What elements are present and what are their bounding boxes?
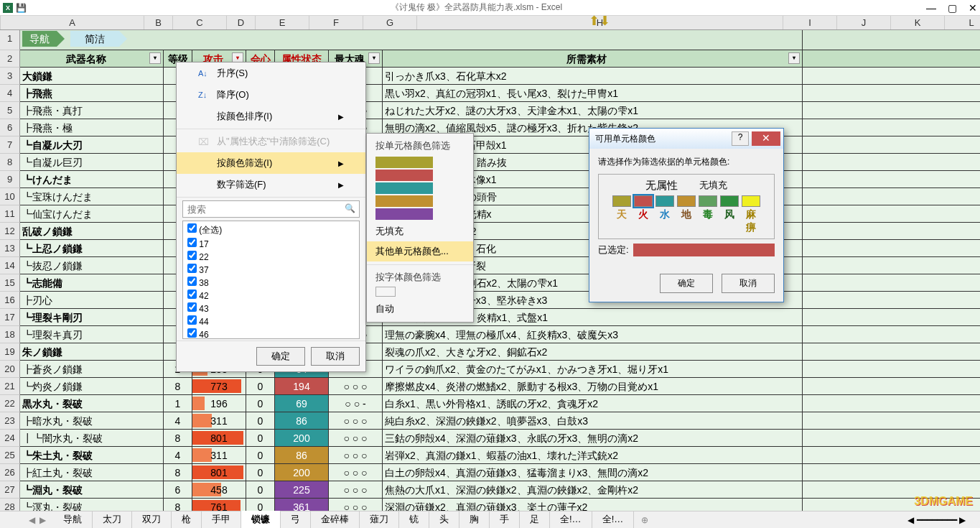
weapon-name[interactable]: ┣刃心 [20, 292, 164, 308]
row-header[interactable]: 18 [0, 326, 20, 343]
attack-cell[interactable]: 801 [192, 464, 246, 481]
filter-search-input[interactable] [182, 200, 360, 218]
row-header[interactable]: 22 [0, 395, 20, 412]
weapon-name[interactable]: ┗仙宝けんだま [20, 205, 164, 222]
row-header[interactable]: 7 [0, 136, 20, 154]
attr-cell[interactable]: 86 [275, 412, 329, 429]
materials-cell[interactable]: 三鈷の卵殻x4、深淵の薙鎌x3、永眠の牙x3、無明の滴x2 [383, 430, 803, 446]
tab-nav[interactable]: ◀▶ [22, 515, 53, 525]
weapon-name[interactable]: ┣蒼炎ノ鎖鎌 [20, 361, 164, 377]
row-header[interactable]: 24 [0, 430, 20, 447]
row-header[interactable]: 27 [0, 481, 20, 499]
sort-asc[interactable]: A↓升序(S) [177, 62, 365, 84]
filter-dropdown-maxsoul[interactable]: ▾ [368, 52, 380, 64]
materials-cell[interactable]: 黒い羽x2、真紅の冠羽x1、長い尾x3、裂けた甲冑x1 [383, 85, 803, 101]
weapon-name[interactable]: ┗理裂キ剛刃 [20, 309, 164, 325]
soul-cell[interactable]: ○ ○ ○ [329, 430, 383, 446]
color-swatch[interactable] [375, 195, 433, 207]
weapon-name[interactable]: ┗淵丸・裂破 [20, 481, 164, 498]
level-cell[interactable]: 8 [164, 430, 192, 446]
table-row[interactable]: ┗仙宝けんだま角x3、転輪山x2、光精x [20, 205, 980, 223]
sort-desc[interactable]: Z↓降序(O) [177, 84, 365, 106]
check-item[interactable]: 17 [185, 237, 358, 250]
crit-cell[interactable]: 0 [246, 395, 275, 412]
table-row[interactable]: ┗理裂キ剛刃x2、理無の極爪x2、炎精x1、式盤x1 [20, 309, 980, 326]
style-button[interactable]: 简洁 [70, 31, 119, 47]
col-header-G[interactable]: G [363, 16, 417, 29]
table-row[interactable]: ┗上忍ノ鎖鎌深淵のたてがみx1、石化 [20, 240, 980, 257]
table-row[interactable]: 朱ノ鎖鎌○ - -裂魂の爪x2、大きな牙x2、銅鉱石x2 [20, 343, 980, 361]
weapon-name[interactable]: ┗灼炎ノ鎖鎌 [20, 378, 164, 394]
table-row[interactable]: ┗志能備x1、幻獣尾x3、金剛石x2、太陽の雫x1 [20, 274, 980, 292]
color-swatch[interactable] [375, 208, 433, 220]
sheet-tab[interactable]: 足 [520, 511, 550, 529]
sheet-tab[interactable]: 手甲 [202, 511, 241, 529]
col-header-F[interactable]: F [309, 16, 363, 29]
weapon-name[interactable]: ┗自凝ル大刃 [20, 136, 164, 153]
row-header[interactable]: 20 [0, 361, 20, 378]
table-row[interactable]: ┗抜忍ノ鎖鎌、希少金属x1、百牙裂 [20, 257, 980, 274]
color-filter-submenu[interactable]: 按单元格颜色筛选 无填充 其他单元格颜色... 按字体颜色筛选 自动 [366, 133, 474, 323]
row-header[interactable]: 17 [0, 309, 20, 326]
level-cell[interactable]: 1 [164, 395, 192, 412]
filter-ok-button[interactable]: 确定 [256, 347, 305, 366]
sheet-tab[interactable]: 头 [429, 511, 459, 529]
crit-cell[interactable]: 0 [246, 412, 275, 429]
crit-cell[interactable]: 0 [246, 464, 275, 481]
check-all[interactable]: (全选) [185, 223, 358, 237]
materials-cell[interactable]: 純白糸x2、深淵の鋏鎌x2、噴夢器x3、白鼓x3 [383, 412, 803, 429]
weapon-name[interactable]: ┣暗水丸・裂破 [20, 412, 164, 429]
col-header-D[interactable]: D [227, 16, 256, 29]
auto-option[interactable]: 自动 [367, 299, 473, 319]
number-filter[interactable]: 数字筛选(F)▶ [177, 174, 365, 195]
crit-cell[interactable]: 0 [246, 447, 275, 463]
sheet-tab[interactable]: 铳 [399, 511, 429, 529]
table-row[interactable]: 乱破ノ鎖鎌土x2、変質した骨x2 [20, 223, 980, 240]
weapon-name[interactable]: ┣飛燕・真打 [20, 102, 164, 119]
filter-search[interactable]: 🔍 [182, 200, 360, 218]
maximize-button[interactable]: ▢ [948, 2, 957, 14]
weapon-name[interactable]: 乱破ノ鎖鎌 [20, 223, 164, 239]
dialog-swatch[interactable] [655, 195, 674, 207]
filter-by-color[interactable]: 按颜色筛选(I)▶ [177, 152, 365, 174]
dialog-swatch[interactable] [699, 195, 717, 207]
weapon-name[interactable]: ┗理裂キ真刃 [20, 326, 164, 343]
table-row[interactable]: ┣飛燕○ ○ -黒い羽x2、真紅の冠羽x1、長い尾x3、裂けた甲冑x1 [20, 85, 980, 102]
dialog-swatch[interactable] [612, 195, 631, 207]
weapon-name[interactable]: ┃┗闇水丸・裂破 [20, 430, 164, 446]
close-button[interactable]: ✕ [969, 2, 977, 14]
row-header[interactable]: 5 [0, 102, 20, 119]
crit-cell[interactable]: 0 [246, 430, 275, 446]
weapon-name[interactable]: ┗上忍ノ鎖鎌 [20, 240, 164, 256]
dialog-swatch[interactable] [677, 195, 696, 207]
weapon-name[interactable]: ┣飛燕 [20, 85, 164, 101]
table-row[interactable]: ┗灼炎ノ鎖鎌87730194○ ○ ○摩擦燃皮x4、炎潜の燃鰭x2、脈動する根x… [20, 378, 980, 395]
sheet-tab[interactable]: 导航 [53, 511, 93, 529]
row-header[interactable]: 26 [0, 464, 20, 481]
materials-cell[interactable]: 岩弾x2、真淵の鎌x1、蝦蟇の油x1、壊れた洋式銃x2 [383, 447, 803, 463]
dialog-swatch[interactable] [742, 195, 760, 207]
table-row[interactable]: ┗淵丸・裂破64580225○ ○ ○焦熱の大爪x1、深淵の鋏鎌x2、真淵の鋏鎌… [20, 481, 980, 499]
dialog-swatch[interactable] [720, 195, 739, 207]
materials-cell[interactable]: 白土の卵殻x4、真淵の薙鎌x3、猛毒溜まりx3、無間の滴x2 [383, 464, 803, 481]
row-header[interactable]: 12 [0, 223, 20, 240]
dialog-titlebar[interactable]: 可用单元格颜色 ? ✕ [589, 129, 783, 149]
attr-cell[interactable]: 69 [275, 395, 329, 412]
level-cell[interactable]: 8 [164, 464, 192, 481]
no-fill-option[interactable]: 无填充 [367, 221, 473, 241]
check-item[interactable]: 22 [185, 250, 358, 263]
table-row[interactable]: ┗朱土丸・裂破4311086○ ○ ○岩弾x2、真淵の鎌x1、蝦蟇の油x1、壊れ… [20, 447, 980, 464]
weapon-name[interactable]: ┗自凝ル巨刃 [20, 154, 164, 170]
materials-cell[interactable]: 摩擦燃皮x4、炎潜の燃鰭x2、脈動する根x3、万物の目覚めx1 [383, 378, 803, 394]
col-header-B[interactable]: B [144, 16, 173, 29]
col-header-E[interactable]: E [256, 16, 309, 29]
sheet-tab[interactable]: 全!… [592, 511, 635, 529]
color-swatch[interactable] [375, 157, 433, 168]
sheet-tab[interactable]: 胸 [459, 511, 490, 529]
table-row[interactable]: ┣紅土丸・裂破88010200○ ○ ○白土の卵殻x4、真淵の薙鎌x3、猛毒溜ま… [20, 464, 980, 481]
materials-cell[interactable]: 理無の豪腕x4、理無の極爪x4、紅炎精x3、破魔矢x3 [383, 326, 803, 343]
attack-cell[interactable]: 458 [192, 481, 246, 498]
table-row[interactable]: ┃┗闇水丸・裂破88010200○ ○ ○三鈷の卵殻x4、深淵の薙鎌x3、永眠の… [20, 430, 980, 447]
materials-cell[interactable]: 引っかき爪x3、石化草木x2 [383, 68, 803, 84]
col-header-J[interactable]: J [837, 16, 891, 29]
